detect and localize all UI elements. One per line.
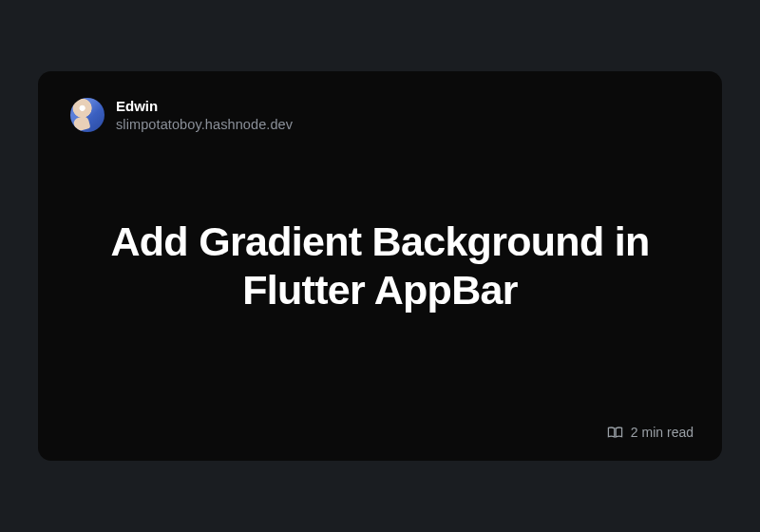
post-title: Add Gradient Background in Flutter AppBa… [38,218,722,314]
article-preview-card: Edwin slimpotatoboy.hashnode.dev Add Gra… [38,71,722,461]
author-domain: slimpotatoboy.hashnode.dev [116,116,293,133]
read-time: 2 min read [607,425,694,440]
author-avatar [70,98,104,132]
author-info: Edwin slimpotatoboy.hashnode.dev [116,98,293,133]
book-open-icon [607,426,623,439]
read-time-text: 2 min read [631,425,694,440]
author-name: Edwin [116,98,293,116]
author-header: Edwin slimpotatoboy.hashnode.dev [70,98,690,133]
